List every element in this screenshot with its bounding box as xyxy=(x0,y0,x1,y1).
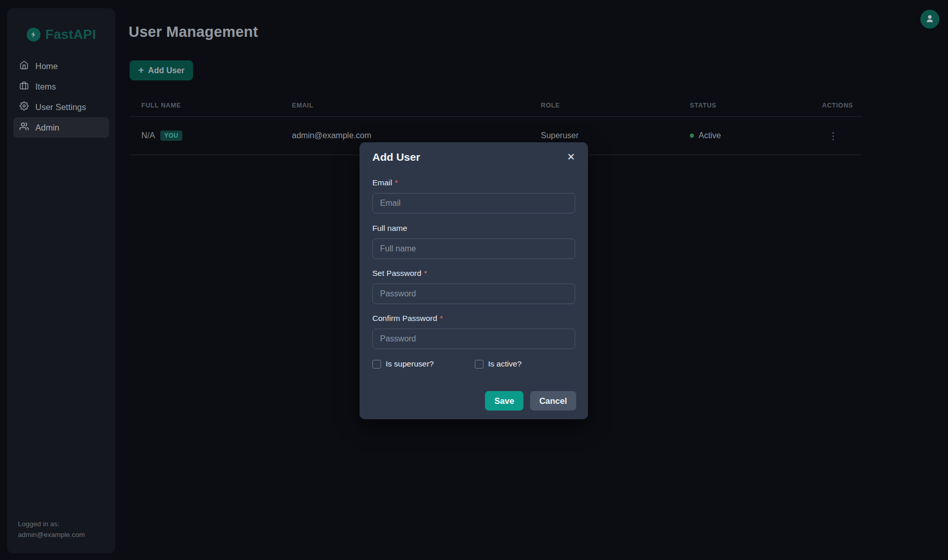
email-field[interactable] xyxy=(372,193,575,213)
cell-full-name: N/A YOU xyxy=(141,131,182,141)
column-header-status: STATUS xyxy=(690,102,717,109)
logged-in-label: Logged in as: xyxy=(18,519,85,529)
sidebar-item-label: Items xyxy=(35,82,56,92)
checkbox-row: Is superuser? Is active? xyxy=(372,359,575,369)
confirm-password-field-group: Confirm Password* xyxy=(372,314,575,349)
fastapi-bolt-icon xyxy=(27,28,40,41)
plus-icon: + xyxy=(138,64,144,76)
full-name-label: Full name xyxy=(372,224,575,233)
gear-icon xyxy=(19,101,29,113)
is-active-label: Is active? xyxy=(488,359,521,369)
email-field-group: Email* xyxy=(372,178,575,213)
confirm-password-label: Confirm Password* xyxy=(372,314,575,324)
brand-name: FastAPI xyxy=(46,27,96,42)
is-superuser-checkbox[interactable] xyxy=(372,360,381,369)
sidebar-item-label: User Settings xyxy=(35,102,86,112)
brand-logo: FastAPI xyxy=(7,27,115,42)
logged-in-email: admin@example.com xyxy=(18,529,85,540)
required-asterisk: * xyxy=(440,314,443,322)
is-superuser-group: Is superuser? xyxy=(372,359,434,369)
page-title: User Management xyxy=(129,24,258,40)
is-active-checkbox[interactable] xyxy=(475,360,483,369)
column-header-full-name: FULL NAME xyxy=(141,102,181,109)
sidebar: FastAPI Home Items User Settings xyxy=(7,8,115,553)
close-icon[interactable]: ✕ xyxy=(563,149,579,164)
sidebar-nav: Home Items User Settings Admin xyxy=(13,56,109,138)
modal-title: Add User xyxy=(372,151,420,163)
sidebar-item-label: Home xyxy=(35,61,58,71)
save-button[interactable]: Save xyxy=(485,391,523,411)
column-header-role: ROLE xyxy=(541,102,560,109)
required-asterisk: * xyxy=(424,269,427,277)
confirm-password-field[interactable] xyxy=(372,329,575,349)
sidebar-item-items[interactable]: Items xyxy=(13,76,109,97)
full-name-field-group: Full name xyxy=(372,224,575,259)
add-user-button[interactable]: + Add User xyxy=(130,60,193,80)
email-label: Email* xyxy=(372,178,575,188)
users-icon xyxy=(19,122,29,133)
set-password-label: Set Password* xyxy=(372,269,575,278)
cell-role: Superuser xyxy=(541,131,579,140)
modal-footer: Save Cancel xyxy=(485,391,576,411)
briefcase-icon xyxy=(19,81,29,92)
table-header-row: FULL NAME EMAIL ROLE STATUS ACTIONS xyxy=(130,97,862,117)
full-name-field[interactable] xyxy=(372,239,575,259)
logged-in-info: Logged in as: admin@example.com xyxy=(18,519,85,540)
you-badge: YOU xyxy=(160,131,183,141)
sidebar-item-admin[interactable]: Admin xyxy=(13,117,109,138)
home-icon xyxy=(19,60,29,72)
cell-email: admin@example.com xyxy=(292,131,371,140)
cell-status: Active xyxy=(690,131,721,140)
add-user-modal: Add User ✕ Email* Full name Set Password… xyxy=(360,142,588,419)
is-active-group: Is active? xyxy=(475,359,521,369)
column-header-email: EMAIL xyxy=(292,102,313,109)
sidebar-item-home[interactable]: Home xyxy=(13,56,109,76)
column-header-actions: ACTIONS xyxy=(822,102,853,109)
cancel-button[interactable]: Cancel xyxy=(530,391,576,411)
set-password-field-group: Set Password* xyxy=(372,269,575,304)
set-password-field[interactable] xyxy=(372,284,575,304)
user-menu-button[interactable] xyxy=(920,10,939,29)
full-name-value: N/A xyxy=(141,131,155,140)
row-actions-kebab-icon[interactable]: ⋮ xyxy=(827,131,840,141)
sidebar-item-label: Admin xyxy=(35,123,59,133)
user-avatar-icon xyxy=(925,14,935,25)
status-label: Active xyxy=(699,131,721,140)
add-user-button-label: Add User xyxy=(148,66,184,75)
sidebar-item-user-settings[interactable]: User Settings xyxy=(13,97,109,117)
required-asterisk: * xyxy=(395,178,398,187)
is-superuser-label: Is superuser? xyxy=(386,359,434,369)
status-dot-icon xyxy=(690,134,694,138)
